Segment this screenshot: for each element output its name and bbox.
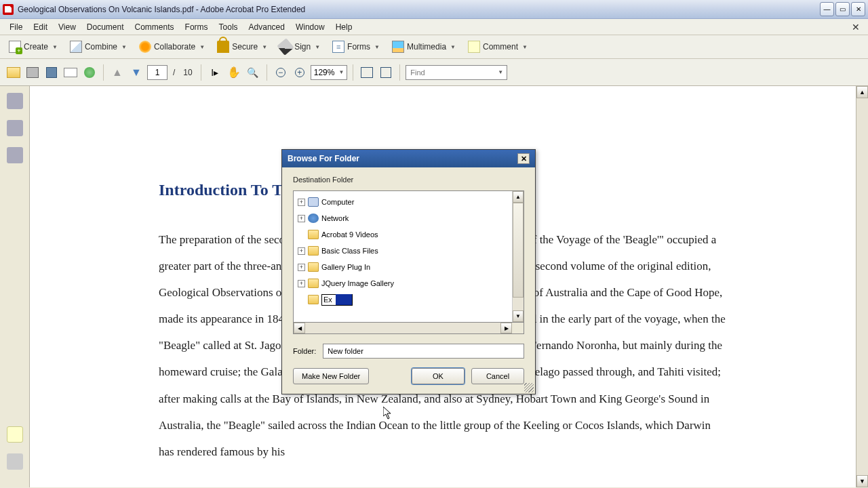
tree-vertical-scrollbar[interactable]: ▲ ▼ xyxy=(512,191,524,322)
expand-icon[interactable]: + xyxy=(298,215,305,222)
globe-icon xyxy=(84,67,95,78)
scroll-track[interactable] xyxy=(513,203,524,310)
zoom-select[interactable]: 129% ▼ xyxy=(311,65,348,80)
maximize-button[interactable]: ▭ xyxy=(835,2,850,16)
menu-help[interactable]: Help xyxy=(330,21,358,33)
dialog-titlebar[interactable]: Browse For Folder ✕ xyxy=(282,150,535,167)
scroll-down-button[interactable]: ▼ xyxy=(856,475,868,487)
tree-item-folder[interactable]: + JQuery Image Gallery xyxy=(295,275,511,291)
close-document-button[interactable]: ✕ xyxy=(848,22,864,33)
make-new-folder-button[interactable]: Make New Folder xyxy=(293,368,369,384)
scroll-up-button[interactable]: ▲ xyxy=(513,191,524,203)
selection-highlight xyxy=(336,294,352,305)
chevron-down-icon: ▼ xyxy=(121,44,127,50)
email-button[interactable] xyxy=(62,64,79,81)
tree-item-new-folder[interactable] xyxy=(295,291,511,308)
tree-item-folder[interactable]: + Basic Class Files xyxy=(295,243,511,259)
expand-icon[interactable]: + xyxy=(298,199,305,206)
comments-panel-button[interactable] xyxy=(7,426,23,443)
menu-document[interactable]: Document xyxy=(81,21,130,33)
sign-button[interactable]: Sign ▼ xyxy=(275,38,325,56)
marquee-zoom-button[interactable]: 🔍 xyxy=(245,64,261,81)
separator xyxy=(353,64,353,81)
menu-comments[interactable]: Comments xyxy=(130,21,180,33)
tree-horizontal-scrollbar[interactable]: ◀ ▶ xyxy=(293,323,524,334)
minus-icon: − xyxy=(276,68,285,77)
scroll-up-button[interactable]: ▲ xyxy=(856,86,868,98)
resize-grip[interactable] xyxy=(524,383,534,392)
page-up-button[interactable]: ▲ xyxy=(109,64,125,81)
ok-button[interactable]: OK xyxy=(412,368,465,384)
navigation-pane xyxy=(0,86,30,487)
expand-icon[interactable]: + xyxy=(298,247,305,255)
attachments-panel-button[interactable] xyxy=(7,453,23,470)
separator xyxy=(267,64,267,81)
page-down-button[interactable]: ▼ xyxy=(128,64,144,81)
hand-tool-button[interactable]: ✋ xyxy=(226,64,242,81)
secure-button[interactable]: Secure ▼ xyxy=(212,38,272,56)
scroll-track[interactable] xyxy=(305,323,500,333)
separator xyxy=(399,64,400,81)
scroll-right-button[interactable]: ▶ xyxy=(500,323,512,333)
scroll-track[interactable] xyxy=(856,98,868,475)
forms-button[interactable]: Forms ▼ xyxy=(328,38,384,56)
menu-window[interactable]: Window xyxy=(290,21,330,33)
tree-item-folder[interactable]: Acrobat 9 Videos xyxy=(295,226,511,243)
scroll-thumb[interactable] xyxy=(513,203,524,298)
create-button[interactable]: Create ▼ xyxy=(4,38,62,56)
folder-name-input[interactable] xyxy=(323,344,524,359)
chevron-down-icon: ▼ xyxy=(199,44,205,50)
dialog-close-button[interactable]: ✕ xyxy=(517,153,530,164)
combine-button[interactable]: Combine ▼ xyxy=(65,38,132,56)
menu-file[interactable]: File xyxy=(4,21,28,33)
vertical-scrollbar[interactable]: ▲ ▼ xyxy=(856,86,868,487)
menu-edit[interactable]: Edit xyxy=(28,21,53,33)
folder-icon xyxy=(308,295,319,304)
collaborate-button[interactable]: Collaborate ▼ xyxy=(134,38,210,56)
expand-icon[interactable]: + xyxy=(298,264,305,271)
find-input[interactable] xyxy=(406,65,507,80)
chevron-down-icon[interactable]: ▼ xyxy=(498,69,503,75)
close-window-button[interactable]: ✕ xyxy=(851,2,865,16)
scroll-down-button[interactable]: ▼ xyxy=(513,310,524,322)
menu-view[interactable]: View xyxy=(53,21,81,33)
select-tool-button[interactable]: I▸ xyxy=(207,64,223,81)
tree-label: Basic Class Files xyxy=(321,247,378,255)
tree-item-network[interactable]: + Network xyxy=(295,210,511,226)
expand-spacer xyxy=(298,231,305,239)
pages-panel-button[interactable] xyxy=(7,93,23,109)
hand-icon: ✋ xyxy=(227,66,241,79)
comment-button[interactable]: Comment ▼ xyxy=(463,38,532,56)
folder-icon xyxy=(308,262,319,272)
minimize-button[interactable]: — xyxy=(820,2,834,16)
zoom-out-button[interactable]: − xyxy=(273,64,289,81)
save-button[interactable] xyxy=(43,64,60,81)
page-number-input[interactable] xyxy=(147,65,167,80)
zoom-in-button[interactable]: + xyxy=(292,64,308,81)
toolbar-secondary: ▲ ▼ / 10 I▸ ✋ 🔍 − + 129% ▼ ▼ xyxy=(0,59,868,86)
fit-page-button[interactable] xyxy=(378,64,394,81)
open-button[interactable] xyxy=(5,64,22,81)
menu-forms[interactable]: Forms xyxy=(180,21,214,33)
menu-tools[interactable]: Tools xyxy=(214,21,243,33)
menu-advanced[interactable]: Advanced xyxy=(243,21,290,33)
multimedia-button[interactable]: Multimedia ▼ xyxy=(387,38,460,56)
tree-item-computer[interactable]: + Computer xyxy=(295,194,511,210)
fit-width-button[interactable] xyxy=(359,64,375,81)
web-button[interactable] xyxy=(81,64,98,81)
folder-rename-input[interactable] xyxy=(322,296,337,304)
magnifier-icon: 🔍 xyxy=(247,67,258,78)
expand-icon[interactable]: + xyxy=(298,280,305,287)
folder-icon xyxy=(308,230,319,239)
scroll-left-button[interactable]: ◀ xyxy=(294,323,305,333)
multimedia-label: Multimedia xyxy=(407,42,446,52)
print-button[interactable] xyxy=(24,64,41,81)
signatures-panel-button[interactable] xyxy=(7,147,23,163)
cancel-button[interactable]: Cancel xyxy=(471,368,524,384)
folder-tree[interactable]: + Computer + Network Acrobat 9 Videos + xyxy=(293,190,524,323)
network-icon xyxy=(308,214,319,223)
bookmarks-panel-button[interactable] xyxy=(7,120,23,136)
folder-open-icon xyxy=(7,67,20,78)
collaborate-icon xyxy=(139,41,151,53)
tree-item-folder[interactable]: + Gallery Plug In xyxy=(295,259,511,275)
